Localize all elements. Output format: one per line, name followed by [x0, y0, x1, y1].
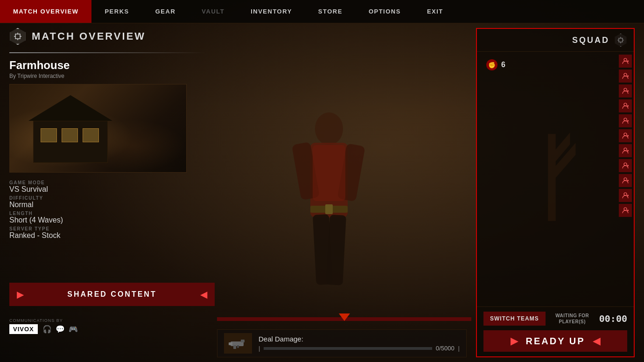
difficulty-value: Normal — [9, 201, 205, 209]
progress-bracket-left: | — [259, 345, 260, 352]
squad-title: SQUAD — [572, 35, 609, 45]
scroll-track-area — [217, 317, 471, 325]
progress-handle[interactable] — [339, 313, 350, 321]
left-panel: MATCH OVERVIEW Farmhouse By Tripwire Int… — [9, 28, 205, 247]
squad-body: ᚠ ✊ 6 — [477, 52, 634, 306]
svg-point-48 — [315, 112, 343, 145]
ready-up-label: READY UP — [526, 336, 585, 347]
comms-icons: 🎧 💬 🎮 — [42, 325, 78, 334]
svg-point-21 — [624, 88, 627, 91]
character-figure — [264, 82, 394, 325]
server-type-value: Ranked - Stock — [9, 231, 205, 240]
switch-teams-button[interactable]: SWITCH TEAMS — [483, 312, 546, 326]
svg-point-42 — [624, 193, 627, 195]
shared-content-bar[interactable]: ▶ SHARED CONTENT ◀ — [9, 283, 215, 306]
stat-server-type: SERVER TYPE Ranked - Stock — [9, 226, 205, 240]
svg-point-15 — [624, 58, 627, 61]
stat-length: LENGTH Short (4 Waves) — [9, 211, 205, 224]
shared-content-label: SHARED CONTENT — [67, 290, 156, 299]
game-stats: GAME MODE VS Survival DIFFICULTY Normal … — [9, 180, 205, 240]
communications-bar: COMMUNICATIONS BY VIVOX 🎧 💬 🎮 — [9, 318, 78, 334]
svg-point-45 — [624, 208, 627, 210]
squad-footer-top: SWITCH TEAMS WAITING FORPLAYER(S) 00:00 — [483, 312, 627, 326]
match-icon — [9, 28, 26, 45]
deal-damage-title: Deal Damage: — [259, 335, 460, 343]
difficulty-label: DIFFICULTY — [9, 195, 205, 201]
add-player-btn-5[interactable] — [619, 114, 632, 127]
map-preview-image — [9, 84, 187, 173]
squad-hex-icon — [614, 34, 627, 47]
add-player-btn-10[interactable] — [619, 189, 632, 202]
add-player-btn-8[interactable] — [619, 159, 632, 172]
house-roof — [28, 95, 112, 121]
character-display-area — [187, 23, 471, 325]
house-window-1 — [41, 128, 57, 142]
progress-track — [217, 317, 471, 321]
gamepad-icon: 🎮 — [69, 325, 78, 334]
svg-rect-7 — [229, 342, 232, 345]
svg-point-27 — [624, 118, 627, 121]
add-player-btn-3[interactable] — [619, 84, 632, 97]
nav-perks[interactable]: PERKS — [91, 0, 142, 23]
map-name: Farmhouse — [9, 59, 205, 72]
ready-up-button[interactable]: ▶ READY UP ◀ — [483, 330, 627, 352]
nav-inventory[interactable]: INVENTORY — [238, 0, 305, 23]
svg-point-33 — [624, 148, 627, 151]
progress-bar-background — [264, 347, 432, 350]
add-player-btn-9[interactable] — [619, 174, 632, 187]
comms-label: COMMUNICATIONS BY — [9, 318, 78, 323]
house-window-3 — [83, 128, 99, 142]
server-type-label: SERVER TYPE — [9, 226, 205, 231]
game-mode-label: GAME MODE — [9, 180, 205, 185]
squad-header: SQUAD — [477, 29, 634, 52]
game-mode-value: VS Survival — [9, 185, 205, 194]
svg-point-30 — [624, 133, 627, 136]
nav-vault: VAULT — [189, 0, 238, 23]
chat-icon: 💬 — [56, 325, 65, 334]
add-player-btn-11[interactable] — [619, 204, 632, 217]
nav-gear[interactable]: GEAR — [142, 0, 189, 23]
svg-point-18 — [624, 73, 627, 76]
deal-damage-content: Deal Damage: | 0/5000 | — [259, 335, 460, 352]
page-title: MATCH OVERVIEW — [32, 30, 146, 42]
nav-store[interactable]: STORE — [305, 0, 356, 23]
progress-bracket-right: | — [458, 345, 460, 352]
svg-point-24 — [624, 103, 627, 106]
nav-exit[interactable]: EXIT — [414, 0, 456, 23]
house-window-2 — [62, 128, 78, 142]
svg-rect-8 — [233, 345, 236, 349]
gun-icon-box — [224, 333, 252, 354]
house-body — [33, 121, 108, 163]
squad-add-column — [617, 52, 634, 306]
svg-rect-10 — [619, 38, 623, 42]
svg-rect-54 — [313, 145, 345, 201]
svg-rect-0 — [15, 34, 20, 39]
headset-icon: 🎧 — [42, 325, 52, 334]
nav-options[interactable]: OPTIONS — [356, 0, 414, 23]
squad-footer: SWITCH TEAMS WAITING FORPLAYER(S) 00:00 … — [477, 306, 634, 356]
map-author: By Tripwire Interactive — [9, 73, 205, 79]
length-label: LENGTH — [9, 211, 205, 216]
top-navigation: MATCH OVERVIEW PERKS GEAR VAULT INVENTOR… — [0, 0, 644, 23]
squad-fist-row: ✊ 6 — [482, 56, 629, 73]
add-player-btn-1[interactable] — [619, 55, 632, 68]
fist-icon: ✊ — [488, 62, 496, 69]
deal-damage-count: 0/5000 — [436, 345, 455, 352]
match-overview-header: MATCH OVERVIEW — [9, 28, 205, 45]
stat-difficulty: DIFFICULTY Normal — [9, 195, 205, 209]
deal-damage-bar: Deal Damage: | 0/5000 | — [217, 329, 467, 357]
ready-arrow-right: ◀ — [593, 335, 601, 347]
add-player-btn-7[interactable] — [619, 144, 632, 157]
countdown-timer: 00:00 — [599, 313, 627, 324]
add-player-btn-6[interactable] — [619, 129, 632, 142]
nav-match-overview[interactable]: MATCH OVERVIEW — [0, 0, 91, 23]
svg-rect-56 — [325, 204, 333, 214]
add-player-btn-4[interactable] — [619, 99, 632, 112]
svg-rect-6 — [241, 340, 245, 342]
svg-point-36 — [624, 163, 627, 166]
squad-player-count: 6 — [501, 61, 505, 69]
add-player-btn-2[interactable] — [619, 70, 632, 83]
vivox-logo: VIVOX — [9, 324, 38, 334]
squad-panel: SQUAD ᚠ ✊ 6 — [476, 28, 635, 357]
ready-arrow-left: ▶ — [511, 335, 518, 347]
